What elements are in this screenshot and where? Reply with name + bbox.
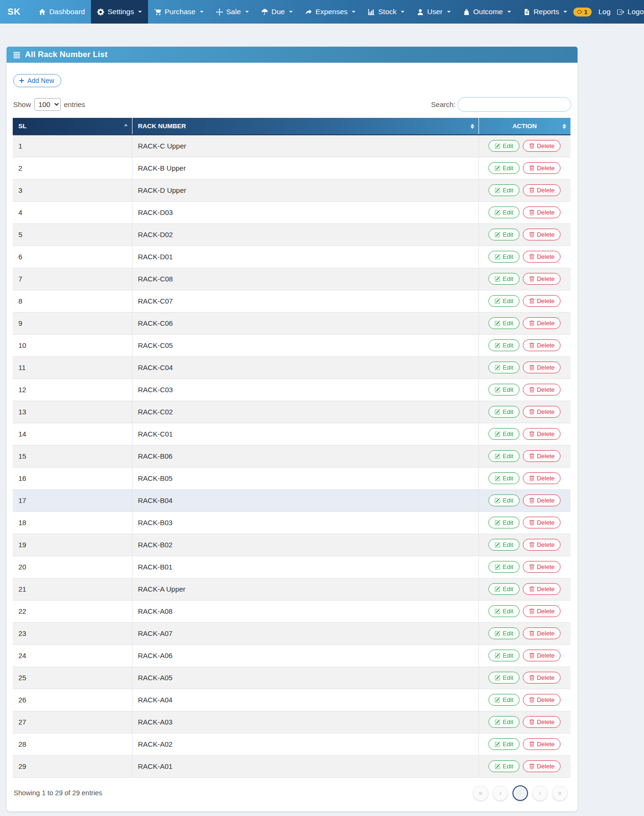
edit-button[interactable]: Edit bbox=[488, 650, 519, 661]
edit-button[interactable]: Edit bbox=[488, 694, 519, 706]
trash-icon bbox=[529, 431, 535, 437]
delete-button[interactable]: Delete bbox=[523, 694, 561, 706]
sl-cell: 14 bbox=[13, 423, 132, 445]
top-navbar: SK DashboardSettingsPurchaseSaleDueExpen… bbox=[0, 0, 644, 24]
action-cell: EditDelete bbox=[479, 179, 570, 201]
delete-button[interactable]: Delete bbox=[523, 605, 561, 617]
edit-button[interactable]: Edit bbox=[488, 162, 519, 174]
nav-item-outcome[interactable]: Outcome bbox=[457, 0, 517, 24]
nav-item-expenses[interactable]: Expenses bbox=[299, 0, 362, 24]
nav-item-dashboard[interactable]: Dashboard bbox=[33, 0, 91, 24]
edit-button[interactable]: Edit bbox=[488, 339, 519, 351]
edit-button[interactable]: Edit bbox=[488, 406, 519, 418]
edit-button[interactable]: Edit bbox=[488, 273, 519, 285]
delete-button[interactable]: Delete bbox=[523, 450, 561, 462]
column-header-rack-number[interactable]: RACK NUMBER bbox=[132, 118, 479, 135]
delete-button[interactable]: Delete bbox=[523, 229, 561, 240]
pagination-next-button[interactable]: › bbox=[532, 785, 548, 801]
nav-item-reports[interactable]: Reports bbox=[517, 0, 573, 24]
delete-button[interactable]: Delete bbox=[523, 583, 561, 595]
log-link[interactable]: Log bbox=[598, 8, 611, 16]
add-new-button[interactable]: Add New bbox=[13, 74, 61, 87]
delete-button[interactable]: Delete bbox=[523, 140, 561, 152]
delete-button[interactable]: Delete bbox=[523, 273, 561, 285]
rack-number-cell: RACK-C03 bbox=[132, 379, 479, 401]
action-cell: EditDelete bbox=[479, 423, 570, 445]
edit-button[interactable]: Edit bbox=[488, 295, 519, 307]
edit-button[interactable]: Edit bbox=[488, 140, 519, 152]
edit-button[interactable]: Edit bbox=[488, 672, 519, 684]
edit-button[interactable]: Edit bbox=[488, 561, 519, 573]
delete-button[interactable]: Delete bbox=[523, 362, 561, 373]
edit-button[interactable]: Edit bbox=[488, 184, 519, 196]
edit-button[interactable]: Edit bbox=[488, 760, 519, 772]
delete-button[interactable]: Delete bbox=[523, 738, 561, 750]
delete-button[interactable]: Delete bbox=[523, 539, 561, 551]
delete-button[interactable]: Delete bbox=[523, 472, 561, 484]
delete-button[interactable]: Delete bbox=[523, 295, 561, 307]
edit-button[interactable]: Edit bbox=[488, 251, 519, 263]
delete-button[interactable]: Delete bbox=[523, 162, 561, 174]
column-header-sl[interactable]: SL bbox=[13, 118, 132, 135]
column-header-action[interactable]: ACTION bbox=[479, 118, 570, 135]
brand-logo[interactable]: SK bbox=[8, 0, 20, 24]
rack-number-cell: RACK-C04 bbox=[132, 356, 479, 379]
edit-button[interactable]: Edit bbox=[488, 517, 519, 528]
delete-button[interactable]: Delete bbox=[523, 495, 561, 506]
edit-button[interactable]: Edit bbox=[488, 317, 519, 329]
edit-button[interactable]: Edit bbox=[488, 472, 519, 484]
user-icon bbox=[417, 8, 424, 16]
delete-button[interactable]: Delete bbox=[523, 184, 561, 196]
edit-button[interactable]: Edit bbox=[488, 605, 519, 617]
edit-button[interactable]: Edit bbox=[488, 583, 519, 595]
log-count-badge[interactable]: 1 bbox=[573, 8, 592, 16]
logout-label: Logout bbox=[627, 8, 644, 16]
rack-number-cell: RACK-C05 bbox=[132, 334, 479, 356]
edit-button[interactable]: Edit bbox=[488, 627, 519, 639]
edit-button[interactable]: Edit bbox=[488, 450, 519, 462]
nav-item-settings[interactable]: Settings bbox=[91, 0, 148, 24]
delete-button[interactable]: Delete bbox=[523, 384, 561, 396]
delete-button[interactable]: Delete bbox=[523, 251, 561, 263]
nav-item-purchase[interactable]: Purchase bbox=[148, 0, 209, 24]
delete-button[interactable]: Delete bbox=[523, 339, 561, 351]
delete-button[interactable]: Delete bbox=[523, 561, 561, 573]
edit-icon bbox=[495, 498, 500, 503]
page-length-select[interactable]: 100 bbox=[34, 98, 61, 111]
trash-icon bbox=[529, 165, 535, 171]
delete-button[interactable]: Delete bbox=[523, 650, 561, 661]
search-input[interactable] bbox=[457, 97, 571, 112]
logout-link[interactable]: Logout bbox=[617, 8, 644, 16]
delete-button[interactable]: Delete bbox=[523, 406, 561, 418]
pagination-previous-button[interactable]: ‹ bbox=[493, 785, 508, 801]
edit-button[interactable]: Edit bbox=[488, 206, 519, 218]
edit-button[interactable]: Edit bbox=[488, 362, 519, 373]
delete-button[interactable]: Delete bbox=[523, 760, 561, 772]
pagination-first-button[interactable]: « bbox=[473, 785, 488, 801]
rack-number-cell: RACK-A01 bbox=[132, 755, 479, 777]
pagination-page-1-button[interactable]: 1 bbox=[512, 785, 528, 801]
delete-button[interactable]: Delete bbox=[523, 627, 561, 639]
delete-button[interactable]: Delete bbox=[523, 672, 561, 684]
edit-button[interactable]: Edit bbox=[488, 229, 519, 240]
delete-button[interactable]: Delete bbox=[523, 428, 561, 440]
delete-button[interactable]: Delete bbox=[523, 517, 561, 528]
edit-button[interactable]: Edit bbox=[488, 716, 519, 728]
nav-item-user[interactable]: User bbox=[411, 0, 457, 24]
pagination-last-button[interactable]: » bbox=[552, 785, 568, 801]
trash-icon bbox=[529, 564, 535, 570]
table-row: 11RACK-C04EditDelete bbox=[13, 356, 570, 379]
delete-button[interactable]: Delete bbox=[523, 206, 561, 218]
nav-item-due[interactable]: Due bbox=[255, 0, 299, 24]
trash-icon bbox=[529, 675, 535, 681]
edit-button[interactable]: Edit bbox=[488, 428, 519, 440]
delete-button[interactable]: Delete bbox=[523, 317, 561, 329]
table-row: 22RACK-A08EditDelete bbox=[13, 600, 570, 622]
nav-item-stock[interactable]: Stock bbox=[362, 0, 411, 24]
edit-button[interactable]: Edit bbox=[488, 738, 519, 750]
edit-button[interactable]: Edit bbox=[488, 539, 519, 551]
edit-button[interactable]: Edit bbox=[488, 384, 519, 396]
nav-item-sale[interactable]: Sale bbox=[210, 0, 255, 24]
delete-button[interactable]: Delete bbox=[523, 716, 561, 728]
edit-button[interactable]: Edit bbox=[488, 495, 519, 506]
